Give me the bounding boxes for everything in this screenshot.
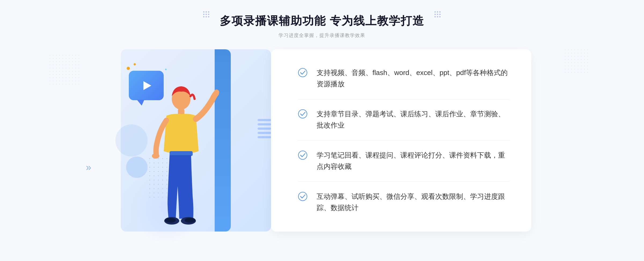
main-title: 多项录播课辅助功能 专为线上教学打造 (220, 13, 424, 28)
subtitle: 学习进度全掌握，提升录播课教学效果 (220, 32, 424, 39)
feature-item-3: 学习笔记回看、课程提问、课程评论打分、课件资料下载，重点内容收藏 (298, 150, 510, 172)
divider-1 (298, 99, 510, 99)
check-icon-wrapper-2 (298, 109, 309, 120)
feature-text-3: 学习笔记回看、课程提问、课程评论打分、课件资料下载，重点内容收藏 (317, 150, 510, 172)
left-chevron-icon: » (86, 162, 91, 173)
main-content: » 支持视频、音频、flash、word、excel、ppt、pdf等各种格式的… (113, 49, 531, 245)
bg-dots-right (564, 48, 590, 75)
feature-text-4: 互动弹幕、试听购买、微信分享、观看次数限制、学习进度跟踪、数据统计 (317, 191, 510, 213)
sparkle-2 (134, 63, 136, 65)
person-svg (129, 84, 223, 237)
bg-dots-left (48, 54, 80, 86)
feature-item-2: 支持章节目录、弹题考试、课后练习、课后作业、章节测验、批改作业 (298, 109, 510, 131)
dot-grid-right (203, 11, 210, 18)
svg-point-9 (185, 218, 195, 223)
page-container: 多项录播课辅助功能 专为线上教学打造 学习进度全掌握，提升录播课教学效果 (0, 0, 644, 261)
check-circle-icon-3 (298, 150, 308, 160)
feature-item-4: 互动弹幕、试听购买、微信分享、观看次数限制、学习进度跟踪、数据统计 (298, 191, 510, 213)
divider-2 (298, 140, 510, 140)
header-section: 多项录播课辅助功能 专为线上教学打造 学习进度全掌握，提升录播课教学效果 (220, 0, 424, 39)
svg-point-4 (152, 153, 159, 159)
svg-point-8 (165, 218, 176, 223)
title-decor-right (203, 11, 210, 18)
sparkle-3 (165, 69, 167, 70)
svg-point-3 (214, 90, 219, 95)
left-illustration-section (113, 49, 279, 245)
check-circle-icon-1 (298, 68, 308, 77)
feature-item-1: 支持视频、音频、flash、word、excel、ppt、pdf等各种格式的资源… (298, 67, 510, 90)
play-bubble (129, 71, 164, 100)
check-circle-icon-4 (298, 192, 308, 201)
feature-text-2: 支持章节目录、弹题考试、课后练习、课后作业、章节测验、批改作业 (317, 109, 510, 131)
divider-3 (298, 181, 510, 182)
check-circle-icon-2 (298, 109, 308, 119)
title-decor-left (434, 11, 441, 18)
svg-point-12 (298, 151, 307, 159)
svg-point-10 (298, 68, 307, 77)
check-icon-wrapper-3 (298, 150, 309, 161)
dot-grid-left (434, 11, 441, 18)
svg-point-11 (298, 110, 307, 118)
play-icon (139, 78, 154, 93)
stripe-decoration (258, 119, 271, 151)
features-panel: 支持视频、音频、flash、word、excel、ppt、pdf等各种格式的资源… (271, 49, 531, 232)
check-icon-wrapper-1 (298, 68, 309, 79)
check-icon-wrapper-4 (298, 192, 309, 202)
svg-point-13 (298, 192, 307, 201)
sparkle-1 (127, 67, 130, 70)
feature-text-1: 支持视频、音频、flash、word、excel、ppt、pdf等各种格式的资源… (317, 67, 510, 90)
svg-marker-0 (143, 81, 151, 90)
person-illustration (129, 84, 223, 237)
